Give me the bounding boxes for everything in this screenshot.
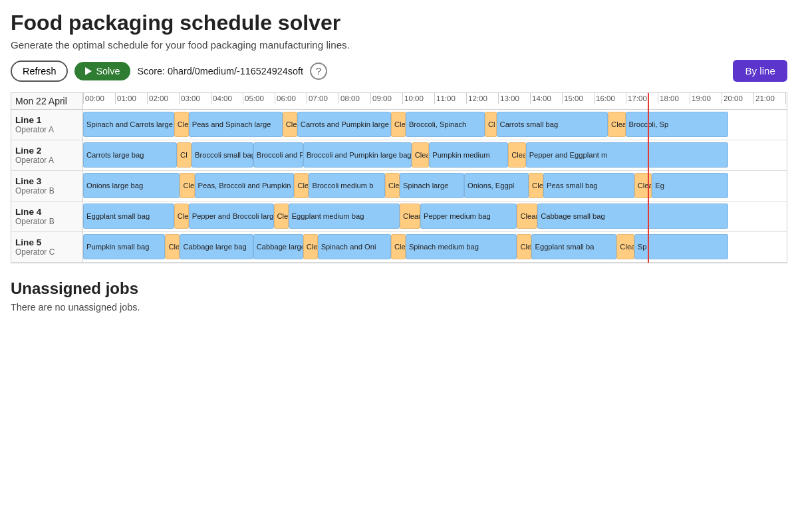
- table-row: Line 5Operator CPumpkin small bagCleCabb…: [11, 232, 787, 263]
- unassigned-title: Unassigned jobs: [11, 279, 787, 298]
- job-bar[interactable]: Onions, Eggpl: [464, 173, 529, 198]
- job-bar[interactable]: Cabbage large bag: [180, 234, 253, 259]
- table-row: Line 4Operator BEggplant small bagClePep…: [11, 201, 787, 232]
- time-cell: 10:00: [402, 93, 434, 104]
- time-cell: 17:00: [626, 93, 658, 104]
- row-timeline: Carrots large bagClBroccoli small bagBro…: [83, 140, 787, 170]
- operator-name: Operator A: [15, 125, 78, 134]
- operator-name: Operator C: [15, 247, 78, 257]
- job-bar[interactable]: Eggplant small ba: [531, 234, 616, 259]
- time-cell: 09:00: [370, 93, 402, 104]
- time-cell: 06:00: [275, 93, 307, 104]
- page-title: Food packaging schedule solver: [11, 11, 787, 35]
- toolbar: Refresh Solve Score: 0hard/0medium/-1165…: [11, 60, 787, 82]
- job-bar[interactable]: Spinach medium bag: [406, 234, 517, 259]
- time-cell: 21:00: [753, 93, 785, 104]
- job-bar[interactable]: Cle: [180, 173, 194, 198]
- job-bar[interactable]: Broccoli medium b: [309, 173, 385, 198]
- job-bar[interactable]: Cl: [485, 112, 497, 137]
- line-name: Line 5: [15, 237, 78, 247]
- page-subtitle: Generate the optimal schedule for your f…: [11, 39, 787, 51]
- table-row: Line 2Operator ACarrots large bagClBrocc…: [11, 140, 787, 171]
- time-cell: 00:00: [83, 93, 115, 104]
- gantt-chart: Mon 22 April 00:0001:0002:0003:0004:0005…: [11, 92, 787, 263]
- time-cell: 11:00: [434, 93, 466, 104]
- job-bar[interactable]: Spinach and Oni: [318, 234, 391, 259]
- job-bar[interactable]: Cabbage small bag: [537, 203, 728, 229]
- play-icon: [85, 67, 92, 75]
- job-bar[interactable]: Broccoli and P: [253, 142, 303, 168]
- line-name: Line 3: [15, 176, 78, 186]
- job-bar[interactable]: Broccoli, Sp: [626, 112, 728, 137]
- score-display: Score: 0hard/0medium/-116524924soft: [137, 66, 303, 76]
- job-bar[interactable]: Pepper and Eggplant m: [526, 142, 728, 168]
- job-bar[interactable]: Spinach and Carrots large bag: [83, 112, 174, 137]
- time-cell: 02:00: [147, 93, 179, 104]
- time-cell: 14:00: [530, 93, 562, 104]
- job-bar[interactable]: Carrots large bag: [83, 142, 177, 168]
- row-timeline: Pumpkin small bagCleCabbage large bagCab…: [83, 232, 787, 261]
- job-bar[interactable]: Clea: [616, 234, 634, 259]
- job-bar[interactable]: Cle: [517, 234, 531, 259]
- job-bar[interactable]: Carrots and Pumpkin large: [297, 112, 391, 137]
- job-bar[interactable]: Peas, Broccoli and Pumpkin me: [195, 173, 295, 198]
- refresh-button[interactable]: Refresh: [11, 61, 68, 82]
- job-bar[interactable]: Cle: [385, 173, 400, 198]
- job-bar[interactable]: Pepper and Broccoli large: [189, 203, 274, 229]
- job-bar[interactable]: Pumpkin medium: [429, 142, 508, 168]
- job-bar[interactable]: Cle: [274, 203, 289, 229]
- gantt-date-label: Mon 22 April: [11, 93, 83, 109]
- job-bar[interactable]: Pepper medium bag: [420, 203, 517, 229]
- job-bar[interactable]: Clear: [608, 112, 625, 137]
- solve-label: Solve: [96, 66, 120, 76]
- job-bar[interactable]: Broccoli, Spinach: [406, 112, 485, 137]
- job-bar[interactable]: Broccoli small bag: [192, 142, 253, 168]
- time-cell: 15:00: [562, 93, 594, 104]
- job-bar[interactable]: Clear: [634, 173, 652, 198]
- time-cell: 07:00: [307, 93, 338, 104]
- row-timeline: Spinach and Carrots large bagClePeas and…: [83, 110, 787, 139]
- time-cell: 19:00: [690, 93, 722, 104]
- job-bar[interactable]: Pumpkin small bag: [83, 234, 165, 259]
- job-bar[interactable]: Eggplant small bag: [83, 203, 174, 229]
- job-bar[interactable]: Clea: [508, 142, 525, 168]
- help-button[interactable]: ?: [310, 63, 327, 80]
- job-bar[interactable]: Cle: [294, 173, 309, 198]
- job-bar[interactable]: Clea: [529, 173, 543, 198]
- operator-name: Operator A: [15, 156, 78, 165]
- job-bar[interactable]: Sp: [634, 234, 728, 259]
- byline-button[interactable]: By line: [733, 60, 787, 82]
- row-label: Line 5Operator C: [11, 232, 83, 262]
- job-bar[interactable]: Eg: [652, 173, 728, 198]
- job-bar[interactable]: Cle: [391, 112, 406, 137]
- job-bar[interactable]: Cle: [174, 112, 189, 137]
- time-cell: 22:00: [785, 93, 787, 104]
- job-bar[interactable]: Cl: [177, 142, 192, 168]
- job-bar[interactable]: Eggplant medium bag: [289, 203, 400, 229]
- time-cell: 20:00: [722, 93, 753, 104]
- job-bar[interactable]: Clea: [412, 142, 429, 168]
- line-name: Line 4: [15, 207, 78, 217]
- job-bar[interactable]: Onions large bag: [83, 173, 180, 198]
- solve-button[interactable]: Solve: [74, 62, 130, 80]
- job-bar[interactable]: Broccoli and Pumpkin large bag: [303, 142, 412, 168]
- job-bar[interactable]: Spinach large: [400, 173, 464, 198]
- job-bar[interactable]: Cle: [174, 203, 189, 229]
- job-bar[interactable]: Cle: [165, 234, 180, 259]
- job-bar[interactable]: Clea: [303, 234, 318, 259]
- job-bar[interactable]: Peas small bag: [543, 173, 634, 198]
- job-bar[interactable]: Cabbage large b: [253, 234, 303, 259]
- unassigned-section: Unassigned jobs There are no unassigned …: [11, 279, 787, 313]
- row-timeline: Onions large bagClePeas, Broccoli and Pu…: [83, 171, 787, 200]
- job-bar[interactable]: Peas and Spinach large: [189, 112, 283, 137]
- job-bar[interactable]: Carrots small bag: [497, 112, 608, 137]
- job-bar[interactable]: Clea: [391, 234, 406, 259]
- time-cell: 01:00: [115, 93, 147, 104]
- row-label: Line 2Operator A: [11, 140, 83, 170]
- table-row: Line 1Operator ASpinach and Carrots larg…: [11, 110, 787, 140]
- operator-name: Operator B: [15, 186, 78, 196]
- job-bar[interactable]: Clean: [517, 203, 537, 229]
- job-bar[interactable]: Clean: [400, 203, 420, 229]
- time-cell: 04:00: [211, 93, 243, 104]
- job-bar[interactable]: Cle: [283, 112, 297, 137]
